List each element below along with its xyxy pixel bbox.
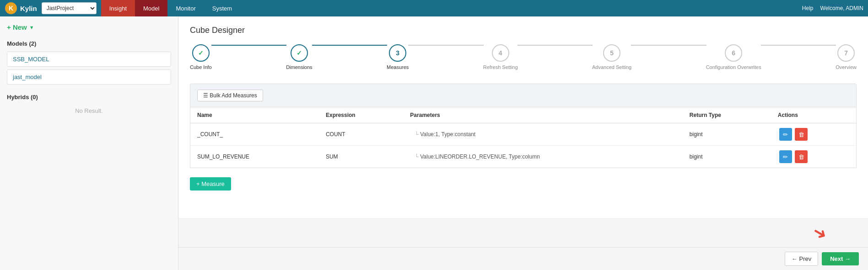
step-6-label: Configuration Overwrites xyxy=(706,64,761,70)
brand-name: Kylin xyxy=(20,5,37,12)
step-dimensions[interactable]: ✓ Dimensions xyxy=(286,44,312,70)
step-2-circle: ✓ xyxy=(291,44,308,62)
step-7-circle: 7 xyxy=(837,44,855,62)
step-overview[interactable]: 7 Overview xyxy=(836,44,857,70)
row1-edit-button[interactable]: ✏ xyxy=(779,128,792,141)
row1-return-type: bigint xyxy=(683,123,771,146)
row2-expression: SUM xyxy=(319,146,403,168)
prev-button[interactable]: ← Prev xyxy=(785,252,818,266)
row2-edit-button[interactable]: ✏ xyxy=(779,150,792,163)
red-arrow-indicator: ➜ xyxy=(809,221,831,244)
step-config-overwrites[interactable]: 6 Configuration Overwrites xyxy=(706,44,761,70)
bulk-add-area: ☰ Bulk Add Measures xyxy=(190,84,857,107)
step-7-label: Overview xyxy=(836,64,857,70)
project-selector[interactable]: JastProject xyxy=(42,2,97,14)
step-6-circle: 6 xyxy=(725,44,742,62)
hybrids-section-title: Hybrids (0) xyxy=(7,94,171,101)
bulk-add-measures-button[interactable]: ☰ Bulk Add Measures xyxy=(197,90,263,101)
row2-name: SUM_LO_REVENUE xyxy=(190,146,319,168)
col-parameters: Parameters xyxy=(403,107,682,123)
step-4-circle: 4 xyxy=(492,44,509,62)
connector-2-3 xyxy=(312,45,387,46)
welcome-text: Welcome, ADMIN xyxy=(820,5,863,11)
row1-delete-button[interactable]: 🗑 xyxy=(795,128,808,141)
row2-params-text: Value:LINEORDER.LO_REVENUE, Type:column xyxy=(410,154,540,160)
step-1-label: Cube Info xyxy=(190,64,212,70)
nav-right: Help Welcome, ADMIN xyxy=(802,5,863,11)
step-measures[interactable]: 3 Measures xyxy=(387,44,409,70)
step-3-label: Measures xyxy=(387,64,409,70)
connector-4-5 xyxy=(518,45,593,46)
row1-params-text: Value:1, Type:constant xyxy=(410,131,475,138)
step-1-circle: ✓ xyxy=(192,44,210,62)
col-expression: Expression xyxy=(319,107,403,123)
hybrids-section: Hybrids (0) No Result. xyxy=(7,94,171,114)
connector-3-4 xyxy=(408,45,483,46)
step-refresh-setting[interactable]: 4 Refresh Setting xyxy=(483,44,518,70)
bulk-icon: ☰ xyxy=(203,92,210,99)
row2-actions: ✏ 🗑 xyxy=(771,146,857,168)
svg-text:K: K xyxy=(9,5,13,12)
step-5-circle: 5 xyxy=(603,44,620,62)
row2-return-type: bigint xyxy=(683,146,771,168)
brand-logo[interactable]: K Kylin xyxy=(5,2,37,15)
model-list-item[interactable]: SSB_MODEL xyxy=(7,52,171,67)
new-button[interactable]: + New ▼ xyxy=(7,23,171,31)
col-return-type: Return Type xyxy=(683,107,771,123)
dropdown-arrow-icon: ▼ xyxy=(29,25,34,30)
next-button[interactable]: Next → xyxy=(822,252,859,265)
sidebar: + New ▼ Models (2) SSB_MODEL jast_model … xyxy=(0,16,178,270)
row1-parameters: Value:1, Type:constant xyxy=(403,123,682,146)
step-4-label: Refresh Setting xyxy=(483,64,518,70)
nav-item-insight[interactable]: Insight xyxy=(101,0,135,16)
connector-6-7 xyxy=(761,45,836,46)
row1-actions: ✏ 🗑 xyxy=(771,123,857,146)
add-measure-button[interactable]: + Measure xyxy=(190,177,231,191)
model-list-item[interactable]: jast_model xyxy=(7,69,171,85)
table-header-row: Name Expression Parameters Return Type A… xyxy=(190,107,857,123)
kylin-icon: K xyxy=(5,2,17,15)
table-row: SUM_LO_REVENUE SUM Value:LINEORDER.LO_RE… xyxy=(190,146,857,168)
step-advanced-setting[interactable]: 5 Advanced Setting xyxy=(592,44,631,70)
measures-table: Name Expression Parameters Return Type A… xyxy=(190,107,857,168)
step-3-circle: 3 xyxy=(389,44,406,62)
connector-5-6 xyxy=(631,45,706,46)
nav-item-monitor[interactable]: Monitor xyxy=(167,0,204,16)
nav-menu: Insight Model Monitor System xyxy=(101,0,802,16)
stepper: ✓ Cube Info ✓ Dimensions 3 Measures xyxy=(190,44,857,70)
col-actions: Actions xyxy=(771,107,857,123)
nav-item-system[interactable]: System xyxy=(204,0,240,16)
row1-name: _COUNT_ xyxy=(190,123,319,146)
col-name: Name xyxy=(190,107,319,123)
table-row: _COUNT_ COUNT Value:1, Type:constant big… xyxy=(190,123,857,146)
row2-parameters: Value:LINEORDER.LO_REVENUE, Type:column xyxy=(403,146,682,168)
page-title: Cube Designer xyxy=(190,26,857,35)
bulk-add-label: Bulk Add Measures xyxy=(210,92,257,99)
new-button-label: + New xyxy=(7,23,27,31)
step-2-label: Dimensions xyxy=(286,64,312,70)
main-content: Cube Designer ✓ Cube Info ✓ Dimensions 3 xyxy=(178,16,868,218)
content-wrapper: Cube Designer ✓ Cube Info ✓ Dimensions 3 xyxy=(178,16,868,270)
step-5-label: Advanced Setting xyxy=(592,64,631,70)
row2-delete-button[interactable]: 🗑 xyxy=(795,150,808,163)
footer-bar: ← Prev Next → xyxy=(178,247,868,270)
step-cube-info[interactable]: ✓ Cube Info xyxy=(190,44,212,70)
connector-1-2 xyxy=(211,45,286,46)
help-button[interactable]: Help xyxy=(802,5,814,11)
models-section-title: Models (2) xyxy=(7,40,171,47)
model-list: SSB_MODEL jast_model xyxy=(7,52,171,85)
navbar: K Kylin JastProject Insight Model Monito… xyxy=(0,0,868,16)
no-result-text: No Result. xyxy=(7,107,171,114)
row1-expression: COUNT xyxy=(319,123,403,146)
nav-item-model[interactable]: Model xyxy=(135,0,167,16)
main-layout: + New ▼ Models (2) SSB_MODEL jast_model … xyxy=(0,16,868,270)
